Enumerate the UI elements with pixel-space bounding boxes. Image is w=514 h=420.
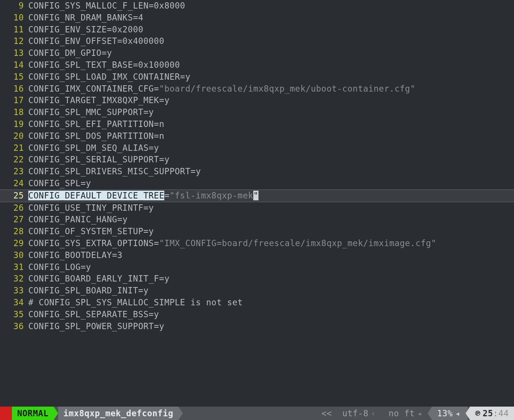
code-line[interactable]: 36CONFIG_SPL_POWER_SUPPORT=y [0,321,514,332]
code-content[interactable]: CONFIG_PANIC_HANG=y [25,214,514,226]
code-content[interactable]: CONFIG_SPL_SEPARATE_BSS=y [25,309,514,321]
code-line[interactable]: 28CONFIG_OF_SYSTEM_SETUP=y [0,226,514,238]
encoding-indicator: utf-8‹ [337,407,383,420]
code-content[interactable]: CONFIG_SPL_DRIVERS_MISC_SUPPORT=y [25,166,514,178]
config-key: CONFIG_SPL_TEXT_BASE [28,60,133,70]
code-line[interactable]: 29CONFIG_SYS_EXTRA_OPTIONS="IMX_CONFIG=b… [0,238,514,249]
cursor-position: ℗ 25:44 [470,407,514,420]
code-line[interactable]: 11CONFIG_ENV_SIZE=0x2000 [0,24,514,36]
code-line[interactable]: 23CONFIG_SPL_DRIVERS_MISC_SUPPORT=y [0,166,514,178]
code-content[interactable]: CONFIG_SYS_EXTRA_OPTIONS="IMX_CONFIG=boa… [25,238,514,249]
code-content[interactable]: CONFIG_SPL_LOAD_IMX_CONTAINER=y [25,71,514,83]
code-line[interactable]: 32CONFIG_BOARD_EARLY_INIT_F=y [0,273,514,285]
code-line[interactable]: 19CONFIG_SPL_EFI_PARTITION=n [0,118,514,130]
code-content[interactable]: CONFIG_SPL_SERIAL_SUPPORT=y [25,154,514,166]
config-key: CONFIG_IMX_CONTAINER_CFG [28,84,154,93]
line-number: 21 [0,142,25,154]
code-line[interactable]: 13CONFIG_DM_GPIO=y [0,47,514,59]
code-content[interactable]: CONFIG_DEFAULT_DEVICE_TREE="fsl-imx8qxp-… [25,190,514,202]
config-key: CONFIG_TARGET_IMX8QXP_MEK [28,95,159,105]
code-content[interactable]: CONFIG_SPL_DM_SEQ_ALIAS=y [25,142,514,154]
code-content[interactable]: CONFIG_SPL_EFI_PARTITION=n [25,118,514,130]
code-content[interactable]: CONFIG_IMX_CONTAINER_CFG="board/freescal… [25,83,514,95]
code-line[interactable]: 22CONFIG_SPL_SERIAL_SUPPORT=y [0,154,514,166]
code-line[interactable]: 26CONFIG_USE_TINY_PRINTF=y [0,202,514,214]
code-line[interactable]: 15CONFIG_SPL_LOAD_IMX_CONTAINER=y [0,71,514,83]
code-content[interactable]: CONFIG_OF_SYSTEM_SETUP=y [25,226,514,238]
code-content[interactable]: CONFIG_SYS_MALLOC_F_LEN=0x8000 [25,0,514,12]
code-content[interactable]: CONFIG_NR_DRAM_BANKS=4 [25,12,514,24]
code-line[interactable]: 35CONFIG_SPL_SEPARATE_BSS=y [0,309,514,321]
editor-viewport[interactable]: 9CONFIG_SYS_MALLOC_F_LEN=0x800010CONFIG_… [0,0,514,420]
statusline-spacer [178,407,316,420]
code-content[interactable]: CONFIG_TARGET_IMX8QXP_MEK=y [25,95,514,106]
code-content[interactable]: CONFIG_SPL=y [25,178,514,190]
code-line[interactable]: 20CONFIG_SPL_DOS_PARTITION=n [0,130,514,142]
code-line[interactable]: 34# CONFIG_SPL_SYS_MALLOC_SIMPLE is not … [0,297,514,309]
line-number: 29 [0,238,25,249]
code-line[interactable]: 31CONFIG_LOG=y [0,261,514,273]
config-key: CONFIG_ENV_SIZE [28,25,107,34]
config-key: CONFIG_SPL_DOS_PARTITION [28,131,154,141]
code-content[interactable]: # CONFIG_SPL_SYS_MALLOC_SIMPLE is not se… [25,297,514,309]
code-line[interactable]: 18CONFIG_SPL_MMC_SUPPORT=y [0,106,514,118]
line-number: 20 [0,130,25,142]
code-content[interactable]: CONFIG_DM_GPIO=y [25,47,514,59]
code-content[interactable]: CONFIG_SPL_BOARD_INIT=y [25,285,514,297]
line-number: 15 [0,71,25,83]
code-line[interactable]: 30CONFIG_BOOTDELAY=3 [0,249,514,261]
config-key: CONFIG_USE_TINY_PRINTF [28,203,143,213]
line-number: 31 [0,261,25,273]
filetype-indicator: no ft◂ [383,407,429,420]
code-content[interactable]: CONFIG_BOOTDELAY=3 [25,249,514,261]
line-number: 10 [0,12,25,24]
config-key: CONFIG_OF_SYSTEM_SETUP [28,226,143,236]
config-key: CONFIG_SYS_MALLOC_F_LEN [28,1,149,10]
code-content[interactable]: CONFIG_SPL_DOS_PARTITION=n [25,130,514,142]
code-line[interactable]: 16CONFIG_IMX_CONTAINER_CFG="board/freesc… [0,83,514,95]
code-line[interactable]: 25CONFIG_DEFAULT_DEVICE_TREE="fsl-imx8qx… [0,190,514,202]
line-number: 16 [0,83,25,95]
scroll-percent: 13%◂ [432,407,468,420]
code-line[interactable]: 12CONFIG_ENV_OFFSET=0x400000 [0,35,514,47]
code-content[interactable]: CONFIG_SPL_TEXT_BASE=0x100000 [25,59,514,71]
line-number: 12 [0,35,25,47]
code-line[interactable]: 21CONFIG_SPL_DM_SEQ_ALIAS=y [0,142,514,154]
code-content[interactable]: CONFIG_ENV_OFFSET=0x400000 [25,35,514,47]
config-key: CONFIG_SPL_SERIAL_SUPPORT [28,155,159,164]
filename-segment: imx8qxp_mek_defconfig [58,407,178,420]
line-number: 33 [0,285,25,297]
line-number: 22 [0,154,25,166]
line-number: 35 [0,309,25,321]
code-content[interactable]: CONFIG_LOG=y [25,261,514,273]
config-key: CONFIG_NR_DRAM_BANKS [28,13,133,22]
config-key: CONFIG_SPL_DRIVERS_MISC_SUPPORT [28,166,190,176]
code-content[interactable]: CONFIG_USE_TINY_PRINTF=y [25,202,514,214]
line-number: 9 [0,0,25,12]
code-line[interactable]: 9CONFIG_SYS_MALLOC_F_LEN=0x8000 [0,0,514,12]
code-line[interactable]: 24CONFIG_SPL=y [0,178,514,190]
mode-indicator: NORMAL [12,407,54,420]
line-number: 34 [0,297,25,309]
line-number: 24 [0,178,25,190]
line-number: 19 [0,118,25,130]
line-number: 25 [0,190,25,202]
config-key: CONFIG_DEFAULT_DEVICE_TREE [28,191,164,200]
line-number: 11 [0,24,25,36]
code-line[interactable]: 33CONFIG_SPL_BOARD_INIT=y [0,285,514,297]
config-key: CONFIG_PANIC_HANG [28,214,117,224]
code-content[interactable]: CONFIG_BOARD_EARLY_INIT_F=y [25,273,514,285]
code-content[interactable]: CONFIG_SPL_MMC_SUPPORT=y [25,106,514,118]
code-content[interactable]: CONFIG_ENV_SIZE=0x2000 [25,24,514,36]
config-key: CONFIG_SPL_LOAD_IMX_CONTAINER [28,72,180,82]
code-line[interactable]: 10CONFIG_NR_DRAM_BANKS=4 [0,12,514,24]
line-number: 32 [0,273,25,285]
line-number: 28 [0,226,25,238]
code-content[interactable]: CONFIG_SPL_POWER_SUPPORT=y [25,321,514,332]
statusline: NORMAL imx8qxp_mek_defconfig << utf-8‹ n… [0,407,514,420]
line-number: 23 [0,166,25,178]
config-key: CONFIG_SPL_POWER_SUPPORT [28,321,154,331]
code-line[interactable]: 27CONFIG_PANIC_HANG=y [0,214,514,226]
code-line[interactable]: 17CONFIG_TARGET_IMX8QXP_MEK=y [0,95,514,106]
code-line[interactable]: 14CONFIG_SPL_TEXT_BASE=0x100000 [0,59,514,71]
